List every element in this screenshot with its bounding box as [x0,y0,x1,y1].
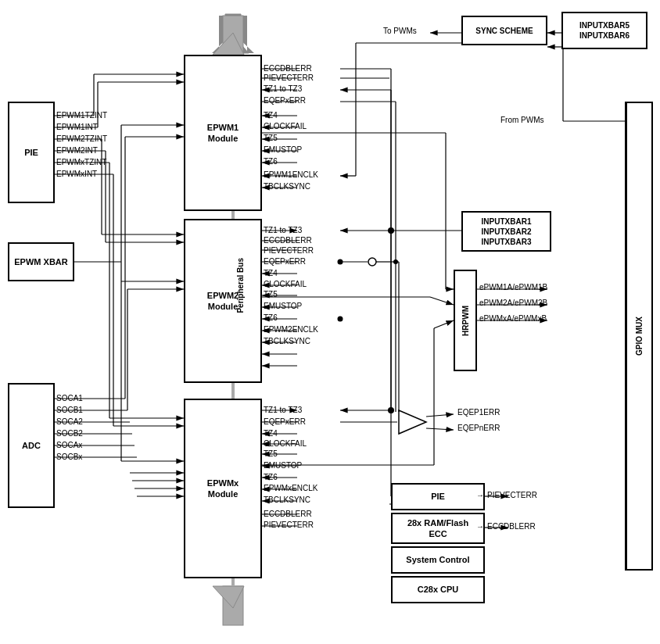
eqep1err-label: EQEP1ERR [457,408,500,417]
svg-line-127 [426,414,454,417]
hrpwm-box: HRPWM [454,270,477,371]
epwm-xbar-box: EPWM XBAR [8,242,74,281]
svg-point-118 [368,258,376,266]
svg-line-128 [426,428,454,430]
epwm1-emustop: EMUSTOP [264,145,302,154]
epwm2-emustop: EMUSTOP [264,302,302,310]
peripheral-bus-label: Peripheral Bus [236,258,245,313]
pievecterr-out: PIEVECTERR [487,491,537,499]
epwm1-tz1tz3: TZ1 to TZ3 [264,84,302,93]
epwm1-clockfail: CLOCKFAIL [264,122,307,131]
soca2-label: SOCA2 [56,417,83,426]
pie-bottom-box: PIE [391,483,485,510]
epwmx-pievecterr: PIEVECTERR [264,521,314,529]
epwm2-tz1tz3: TZ1 to TZ3 [264,226,302,234]
epwm2-eccdblerr: ECCDBLERR [264,236,312,245]
svg-point-126 [393,259,398,264]
from-pwms-label: From PWMs [500,116,544,124]
epwmx-eccdblerr: ECCDBLERR [264,510,312,518]
epwmxint-label: EPWMxINT [56,170,97,178]
epwm1tzint-label: EPWM1TZINT [56,111,107,120]
svg-marker-9 [213,33,244,55]
epwm2-eqepxerr: EQEPxERR [264,257,306,266]
svg-point-97 [388,227,394,234]
gpio-mux-box: GPIO MUX [626,102,653,571]
svg-rect-8 [223,16,243,55]
epwm1int-label: EPWM1INT [56,123,98,131]
epwm1-tz4: TZ4 [264,111,278,120]
sys-ctrl-box: System Control [391,546,485,574]
epwm2-module-box: EPWM2Module [184,219,262,383]
epwm2-tz4: TZ4 [264,269,278,277]
inputxbar56-box: INPUTXBAR5INPUTXBAR6 [561,12,647,49]
epwmx-emustop: EMUSTOP [264,461,302,470]
eccdblerr-out: ECCDBLERR [487,522,536,531]
epwm2a-epwm2b: ePWM2A/ePWM2B [479,299,547,307]
svg-rect-10 [223,586,243,625]
epwm1-pievecterr: PIEVECTERR [264,73,314,82]
epwmx-tz6: TZ6 [264,473,278,481]
epwmxtzint-label: EPWMxTZINT [56,158,106,166]
epwm1-tbclksync: TBCLKSYNC [264,182,310,191]
socb2-label: SOCB2 [56,429,83,438]
svg-marker-119 [399,410,426,434]
epwm1-eqepxerr: EQEPxERR [264,96,306,105]
eqepnerr-label: EQEPnERR [457,424,500,432]
epwm1-enclk: EPWM1ENCLK [264,170,318,179]
epwm1-eccdblerr: ECCDBLERR [264,64,312,73]
socax-label: SOCAx [56,441,82,449]
svg-marker-7 [212,16,254,53]
epwm2-clockfail: CLOCKFAIL [264,280,307,288]
svg-marker-6 [217,14,249,53]
adc-box: ADC [8,383,55,508]
epwmx-tz1tz3: TZ1 to TZ3 [264,406,302,414]
epwm2-tz5: TZ5 [264,290,278,299]
svg-line-106 [434,320,454,328]
svg-line-103 [430,297,454,305]
epwmx-eqepxerr: EQEPxERR [264,417,306,426]
epwm1-tz5: TZ5 [264,134,278,142]
epwmx-module-box: EPWMxModule [184,399,262,578]
pievecterr-arrow: → [476,491,484,499]
epwm2-tbclksync: TBCLKSYNC [264,337,310,345]
socb1-label: SOCB1 [56,406,83,414]
epwm2-enclk: EPWM2ENCLK [264,325,318,334]
eccdblerr-arrow: → [476,522,484,531]
svg-point-131 [338,259,343,265]
c28x-cpu-box: C28x CPU [391,576,485,603]
epwm2int-label: EPWM2INT [56,146,98,155]
svg-point-132 [338,317,343,322]
epwmx-clockfail: CLOCKFAIL [264,439,307,448]
connection-lines [0,0,660,644]
epwm1-tz6: TZ6 [264,157,278,166]
epwmx-tz5: TZ5 [264,449,278,458]
epwmxa-epwmxb: ePWMxA/ePWMxB [479,314,547,323]
epwmx-tz4: TZ4 [264,429,278,438]
epwm2-tz6: TZ6 [264,313,278,322]
diagram: PIE EPWM XBAR ADC EPWM1Module EPWM2Modul… [0,0,660,644]
ram-flash-box: 28x RAM/FlashECC [391,513,485,544]
epwm1a-epwm1b: ePWM1A/ePWM1B [479,283,547,292]
epwm1-module-box: EPWM1Module [184,55,262,211]
sync-scheme-box: SYNC SCHEME [461,16,547,45]
to-pwms-label: To PWMs [383,27,417,35]
epwmx-tbclksync: TBCLKSYNC [264,496,310,504]
epwmx-enclk: EPWMxENCLK [264,484,317,492]
soca1-label: SOCA1 [56,394,83,402]
inputxbar123-box: INPUTXBAR1INPUTXBAR2INPUTXBAR3 [461,211,551,252]
epwm2-pievecterr: PIEVECTERR [264,246,314,255]
svg-marker-11 [213,586,244,608]
socbx-label: SOCBx [56,453,82,461]
pie-box-left: PIE [8,102,55,203]
svg-point-98 [388,407,394,413]
epwm2tzint-label: EPWM2TZINT [56,134,107,143]
